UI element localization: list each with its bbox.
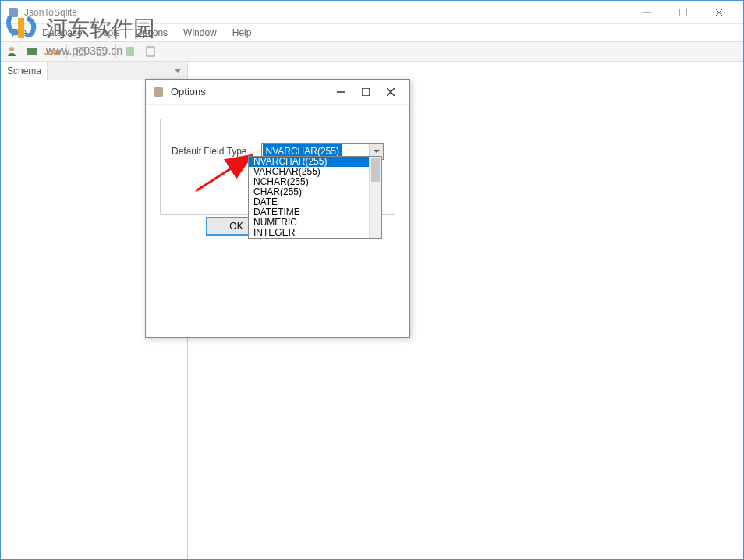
menu-options[interactable]: Options — [129, 26, 174, 40]
menu-window[interactable]: Window — [177, 26, 223, 40]
dialog-maximize-button[interactable] — [353, 83, 378, 101]
main-window-controls — [629, 1, 737, 24]
toolbar-separator — [66, 44, 67, 58]
app-icon — [7, 6, 19, 19]
main-titlebar: JsonToSqlite — [1, 1, 743, 24]
toolbar: JSON — [1, 41, 743, 62]
dialog-titlebar[interactable]: Options — [146, 80, 409, 105]
toolbar-json-icon[interactable]: JSON — [44, 44, 60, 59]
menu-file[interactable]: File — [5, 26, 33, 40]
schema-label: Schema — [1, 62, 48, 80]
minimize-button[interactable] — [629, 1, 665, 24]
toolbar-btn-6[interactable] — [143, 44, 158, 59]
svg-text:JSON: JSON — [44, 48, 60, 56]
svg-rect-0 — [9, 8, 18, 17]
menu-database[interactable]: Database — [36, 26, 88, 40]
main-window-title: JsonToSqlite — [24, 7, 629, 18]
maximize-button[interactable] — [665, 1, 701, 24]
menubar: File Database Tools Options Window Help — [1, 24, 743, 41]
dropdown-scrollbar[interactable] — [369, 157, 381, 238]
close-button[interactable] — [701, 1, 737, 24]
toolbar-btn-4[interactable] — [94, 44, 109, 59]
schema-row: Schema — [1, 62, 743, 80]
dialog-icon — [152, 86, 165, 98]
svg-point-6 — [9, 47, 14, 51]
menu-tools[interactable]: Tools — [92, 26, 126, 40]
svg-rect-12 — [126, 47, 134, 56]
toolbar-btn-5[interactable] — [122, 44, 138, 59]
default-field-type-label: Default Field Type — [172, 146, 247, 157]
svg-rect-9 — [77, 48, 85, 55]
svg-rect-7 — [27, 48, 37, 55]
toolbar-btn-3[interactable] — [73, 44, 89, 59]
svg-rect-11 — [97, 48, 105, 55]
dropdown-option-integer[interactable]: INTEGER — [249, 228, 369, 238]
toolbar-btn-2[interactable] — [24, 44, 40, 59]
field-type-dropdown-list: NVARCHAR(255) VARCHAR(255) NCHAR(255) CH… — [248, 156, 382, 239]
dialog-title: Options — [171, 86, 328, 97]
menu-help[interactable]: Help — [226, 26, 258, 40]
dialog-close-button[interactable] — [378, 83, 403, 101]
schema-dropdown[interactable] — [48, 62, 188, 80]
dialog-minimize-button[interactable] — [328, 83, 353, 101]
svg-rect-16 — [362, 88, 370, 96]
toolbar-separator-2 — [115, 44, 116, 58]
svg-rect-14 — [154, 87, 163, 97]
toolbar-btn-1[interactable] — [4, 44, 19, 59]
svg-rect-13 — [147, 47, 154, 56]
scrollbar-thumb[interactable] — [371, 158, 380, 182]
svg-rect-2 — [679, 9, 687, 16]
